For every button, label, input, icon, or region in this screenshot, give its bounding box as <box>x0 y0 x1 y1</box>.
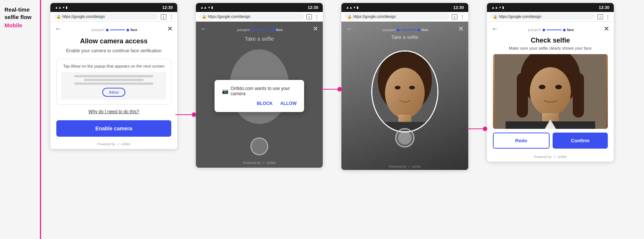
selfie-face-oval <box>371 50 438 133</box>
menu-dots-2[interactable]: ⋮ <box>314 14 320 20</box>
powered-text-4: Powered by <box>534 155 552 159</box>
sidebar-title-line1: Real-time <box>4 6 30 13</box>
wifi-icon: ▾ <box>63 6 65 9</box>
nav-row-1: ← passport face ✕ <box>50 22 177 33</box>
phone-screen-4: ▲▲ ▾ ▮ 12:30 🔒 https://google.com/design… <box>478 3 623 162</box>
menu-dots-4[interactable]: ⋮ <box>605 14 611 20</box>
dialog-title: 📷 Onfido.com wants to use your camera <box>222 86 297 96</box>
sidebar-title-line2: selfie flow <box>4 13 32 21</box>
step-indicator-2: passport face <box>226 26 294 32</box>
step-passport-label-2: passport <box>237 28 250 32</box>
screen3-title: Take a selfie <box>391 33 418 43</box>
powered-text-3: Powered by <box>389 165 407 168</box>
arrow-1 <box>175 111 198 118</box>
step-passport-dot-1 <box>106 29 109 31</box>
status-bar-2: ▲▲ ▾ ▮ 12:30 <box>196 3 323 12</box>
browser-chrome-3: 🔒 https://google.com/design 1 ⋮ <box>341 12 468 22</box>
app-content-2: ← passport face ✕ Take a selfie <box>196 22 323 168</box>
camera-permission-dialog: 📷 Onfido.com wants to use your camera BL… <box>215 80 304 112</box>
url-text-3: https://google.com/design <box>353 15 396 19</box>
step-face-dot-4 <box>563 29 566 31</box>
camera-shutter-2[interactable] <box>250 137 268 155</box>
wifi-icon-3: ▾ <box>354 6 356 9</box>
clock-4: 12:30 <box>599 5 609 10</box>
mock-line-2 <box>84 79 144 81</box>
step-indicator-4: passport face <box>517 26 585 32</box>
step-line-1 <box>110 30 125 30</box>
close-button-4[interactable]: ✕ <box>604 25 609 33</box>
mock-allow-button: Allow <box>102 88 125 97</box>
svg-point-7 <box>395 86 400 90</box>
svg-point-13 <box>483 127 487 131</box>
arrow-3 <box>467 125 488 133</box>
selfie-preview-svg <box>493 54 608 129</box>
phone-screen-1: ▲▲ ▾ ▮ 12:30 🔒 https://google.com/design… <box>41 3 187 149</box>
back-button-2[interactable]: ← <box>200 25 207 33</box>
browser-chrome-4: 🔒 https://google.com/design 1 ⋮ <box>487 12 614 22</box>
tab-count-3[interactable]: 1 <box>452 14 457 19</box>
url-bar-1[interactable]: 🔒 https://google.com/design <box>53 13 159 20</box>
url-text-1: https://google.com/design <box>62 15 105 19</box>
why-link-1[interactable]: Why do I need to do this? <box>50 109 177 114</box>
tab-count-4[interactable]: 1 <box>597 14 603 19</box>
left-panel: Real-time selfie flow Mobile <box>0 0 41 239</box>
redo-button[interactable]: Redo <box>493 133 550 149</box>
battery-icon-3: ▮ <box>357 6 359 9</box>
nav-row-2: ← passport face ✕ <box>196 22 323 33</box>
url-text-4: https://google.com/design <box>499 15 541 19</box>
svg-point-1 <box>192 112 196 117</box>
back-button-3[interactable]: ← <box>346 25 353 33</box>
mock-popup: Allow <box>61 72 166 100</box>
phone-frame-3: ▲▲ ▾ ▮ 12:30 🔒 https://google.com/design… <box>341 3 468 170</box>
back-button-1[interactable]: ← <box>55 25 62 33</box>
screen2-title: Take a selfie <box>196 33 323 46</box>
popup-instruction-text: Tap Allow on the popup that appears on t… <box>63 63 165 69</box>
browser-chrome-1: 🔒 https://google.com/design 1 ⋮ <box>50 12 177 22</box>
tab-count-2[interactable]: 1 <box>306 14 312 19</box>
back-button-4[interactable]: ← <box>491 25 498 33</box>
app-content-4: ← passport face ✕ Check selfie Make sure… <box>487 22 614 162</box>
shutter-inner-3 <box>398 131 412 145</box>
lock-icon-4: 🔒 <box>493 15 497 19</box>
signal-icon-3: ▲▲ <box>346 6 353 9</box>
battery-icon: ▮ <box>66 6 68 9</box>
powered-by-4: Powered by ✓ onfido <box>487 152 614 162</box>
tab-count-1[interactable]: 1 <box>161 14 166 19</box>
action-buttons-4: Redo Confirm <box>493 133 608 149</box>
mock-line-1 <box>74 75 154 77</box>
shutter-button-3[interactable] <box>395 128 415 148</box>
step-passport-dot-2 <box>251 29 254 31</box>
url-bar-3[interactable]: 🔒 https://google.com/design <box>344 13 450 20</box>
step-passport-dot-4 <box>543 29 545 31</box>
step-line-2 <box>256 30 271 30</box>
step-face-dot-1 <box>126 29 129 31</box>
screen1-subtitle: Enable your camera to continue face veri… <box>50 47 177 59</box>
step-indicator-3: passport face <box>371 26 440 32</box>
signal-icon: ▲▲ <box>55 6 62 9</box>
close-button-2[interactable]: ✕ <box>313 25 318 33</box>
battery-icon-2: ▮ <box>211 6 213 9</box>
allow-button[interactable]: ALLOW <box>280 101 297 106</box>
lock-icon-1: 🔒 <box>56 15 61 19</box>
status-bar-3: ▲▲ ▾ ▮ 12:30 <box>341 3 468 12</box>
onfido-text-1: onfido <box>121 142 131 146</box>
selfie-preview-image <box>493 54 608 129</box>
step-passport-label-3: passport <box>382 28 396 32</box>
close-button-1[interactable]: ✕ <box>167 25 173 33</box>
block-button[interactable]: BLOCK <box>257 101 273 106</box>
onfido-text-4: onfido <box>558 155 567 159</box>
url-bar-2[interactable]: 🔒 https://google.com/design <box>199 13 304 20</box>
phone-screen-2: ▲▲ ▾ ▮ 12:30 🔒 https://google.com/design… <box>187 3 332 168</box>
svg-point-8 <box>409 86 415 90</box>
url-text-2: https://google.com/design <box>208 15 250 19</box>
step-passport-dot-3 <box>397 29 400 31</box>
close-button-3[interactable]: ✕ <box>458 25 464 33</box>
status-icons-1: ▲▲ ▾ ▮ <box>55 6 68 9</box>
menu-dots-3[interactable]: ⋮ <box>460 14 465 20</box>
enable-camera-button[interactable]: Enable camera <box>56 120 171 137</box>
dialog-message: Onfido.com wants to use your camera <box>231 86 297 96</box>
confirm-button[interactable]: Confirm <box>553 133 608 149</box>
url-bar-4[interactable]: 🔒 https://google.com/design <box>490 13 595 20</box>
powered-text-2: Powered by <box>243 161 261 165</box>
menu-dots-1[interactable]: ⋮ <box>169 14 174 20</box>
